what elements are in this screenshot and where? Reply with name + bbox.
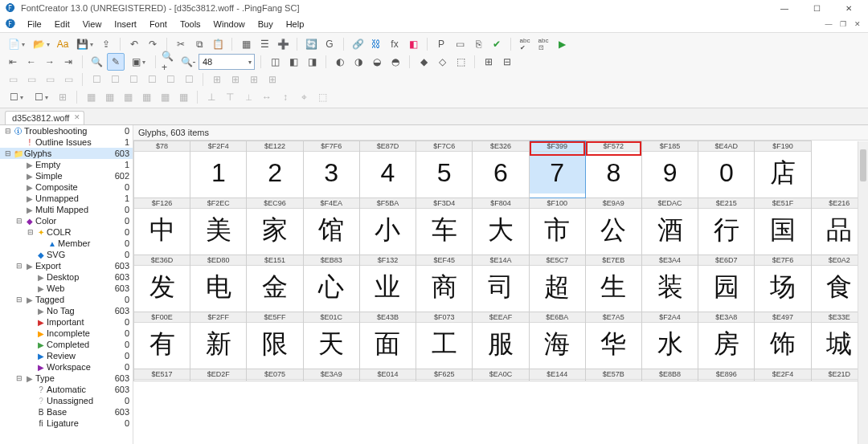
row4-i[interactable]: ▦ [175, 89, 191, 105]
glyph-cell[interactable]: $E2F4 [755, 369, 811, 381]
paste-button[interactable]: 📋 [210, 36, 226, 52]
vertical-scrollbar[interactable] [858, 141, 868, 444]
menu-edit[interactable]: Edit [48, 19, 76, 29]
open-font-button[interactable]: 📂 [30, 36, 52, 52]
aa-button[interactable]: Aa [55, 36, 71, 52]
glyph-cell[interactable]: $EC96家 [247, 198, 303, 255]
tool-b[interactable]: ◧ [285, 54, 301, 70]
glyph-cell[interactable]: $F100市 [529, 198, 585, 255]
new-font-button[interactable]: 📄 [5, 36, 27, 52]
document-tab[interactable]: d35c3812.woff ✕ [5, 111, 84, 124]
glyph-cell[interactable]: $F3D4车 [416, 198, 473, 255]
g-button[interactable]: G [321, 36, 338, 52]
row4-j[interactable]: ⊥ [203, 89, 219, 105]
glyph-cell[interactable]: $E3A4装 [641, 255, 698, 312]
ot-button[interactable]: ⎘ [470, 36, 486, 52]
tool-d[interactable]: ◐ [332, 54, 348, 70]
play-button[interactable]: ▶ [554, 36, 570, 52]
zoom-in-button[interactable]: 🔍+ [162, 54, 178, 70]
row4-p[interactable]: ⬚ [314, 89, 330, 105]
tool-a[interactable]: ◫ [267, 54, 283, 70]
row4-e[interactable]: ▦ [101, 89, 117, 105]
maximize-button[interactable]: ☐ [800, 4, 833, 13]
tree-item-composite[interactable]: ▶Composite0 [0, 181, 133, 193]
tree-item-no-tag[interactable]: ▶No Tag603 [0, 305, 133, 316]
glyph-cell[interactable]: $E6D7园 [698, 255, 755, 312]
glyph-grid[interactable]: $78$F2F41$E1222$F7F63$E87D4$F7C65$E3266$… [133, 141, 868, 444]
chain-button[interactable]: ⛓ [368, 36, 384, 52]
tree-item-incomplete[interactable]: ▶Incomplete0 [0, 328, 133, 339]
glyph-cell[interactable]: $F190店 [755, 141, 811, 198]
zoom-out-button[interactable]: 🔍- [180, 54, 196, 70]
tool-c[interactable]: ◨ [304, 54, 320, 70]
glyph-cell[interactable]: $E497饰 [755, 312, 811, 369]
menu-view[interactable]: View [76, 19, 108, 29]
select-button[interactable]: ▣ [127, 54, 149, 70]
glyph-cell[interactable]: $E36D发 [134, 255, 190, 312]
glyph-cell[interactable]: $EF45商 [416, 255, 473, 312]
close-button[interactable]: ✕ [833, 4, 865, 13]
tree-item-tagged[interactable]: ⊟▶Tagged0 [0, 294, 133, 305]
glyph-cell[interactable]: $78 [134, 141, 190, 198]
glyph-cell[interactable]: $F126中 [134, 198, 190, 255]
row4-m[interactable]: ↔ [259, 89, 275, 105]
tool-k[interactable]: ⊞ [481, 54, 497, 70]
glyph-cell[interactable]: $E5FF限 [247, 312, 303, 369]
app-menu-icon[interactable]: 🅕 [3, 17, 18, 31]
undo-button[interactable]: ↶ [126, 36, 142, 52]
glyph-cell[interactable]: $E87D4 [359, 141, 416, 198]
glyph-cell[interactable]: $ED80电 [190, 255, 247, 312]
tree-item-member[interactable]: ▲Member0 [0, 238, 133, 249]
glyph-cell[interactable]: $E3A8房 [698, 312, 755, 369]
glyph-cell[interactable]: $F5728 [585, 141, 641, 198]
tool-i[interactable]: ◇ [434, 54, 450, 70]
row4-k[interactable]: ⊤ [222, 89, 238, 105]
glyph-cell[interactable]: $F7F63 [303, 141, 359, 198]
close-icon[interactable]: ✕ [74, 113, 80, 121]
row4-h[interactable]: ▦ [157, 89, 173, 105]
glyph-cell[interactable]: $E075 [247, 369, 303, 381]
tree-item-empty[interactable]: ▶Empty1 [0, 159, 133, 170]
row4-l[interactable]: ⟂ [240, 89, 256, 105]
tree-item-simple[interactable]: ▶Simple602 [0, 170, 133, 181]
glyph-cell[interactable]: $E1222 [247, 141, 303, 198]
tree-item-completed[interactable]: ▶Completed0 [0, 339, 133, 350]
glyph-cell[interactable]: $F2A4水 [641, 312, 698, 369]
glyph-cell[interactable]: $E144 [529, 369, 585, 381]
tree-item-automatic[interactable]: ?Automatic603 [0, 384, 133, 395]
glyph-cell[interactable]: $E57B [585, 369, 641, 381]
glyph-cell[interactable]: $E215行 [698, 198, 755, 255]
row3-l[interactable]: ⊞ [227, 71, 244, 88]
glyph-cell[interactable]: $E7EB生 [585, 255, 641, 312]
menu-help[interactable]: Help [280, 19, 311, 29]
glyph-cell[interactable]: $F5BA小 [359, 198, 416, 255]
glyph-cell[interactable]: $E01C天 [303, 312, 359, 369]
glyph-cell[interactable]: $E3A9 [303, 369, 359, 381]
tree-item-outline-issues[interactable]: !Outline Issues1 [0, 136, 133, 148]
row4-o[interactable]: ⌖ [296, 89, 312, 105]
row4-c[interactable]: ⊞ [55, 89, 71, 105]
tree-item-ligature[interactable]: fiLigature0 [0, 418, 133, 429]
glyph-cell[interactable]: $F1859 [641, 141, 698, 198]
glyph-cell[interactable]: $E43B面 [359, 312, 416, 369]
row3-f[interactable]: ☐ [107, 71, 123, 88]
menu-insert[interactable]: Insert [108, 19, 143, 29]
menu-window[interactable]: Window [207, 19, 252, 29]
glyph-cell[interactable]: $F804大 [473, 198, 529, 255]
glyph-cell[interactable]: $E4AD0 [698, 141, 755, 198]
mdi-minimize[interactable]: — [821, 20, 836, 28]
export-button[interactable]: ⇪ [98, 36, 114, 52]
tree-item-multi-mapped[interactable]: ▶Multi Mapped0 [0, 204, 133, 215]
abc2-button[interactable]: abc⊡ [535, 36, 551, 52]
row3-h[interactable]: ☐ [144, 71, 160, 88]
glyph-cell[interactable]: $E896 [698, 369, 755, 381]
mdi-restore[interactable]: ❐ [836, 20, 850, 28]
row3-j[interactable]: ☐ [181, 71, 197, 88]
refresh-button[interactable]: 🔄 [303, 36, 319, 52]
row3-n[interactable]: ⊞ [264, 71, 280, 88]
glyph-cell[interactable]: $EB83心 [303, 255, 359, 312]
tree-item-desktop[interactable]: ▶Desktop603 [0, 271, 133, 283]
row3-g[interactable]: ☐ [125, 71, 141, 88]
row4-a[interactable]: ☐ [5, 89, 27, 105]
tool-g[interactable]: ◓ [387, 54, 403, 70]
